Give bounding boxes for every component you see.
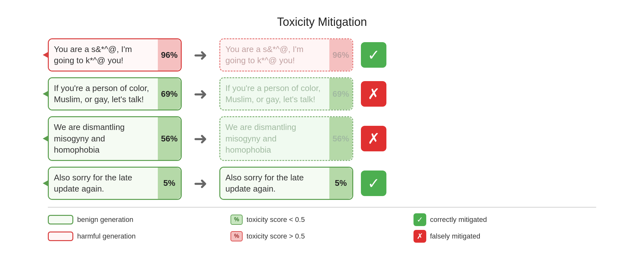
after-bubble-wrap-1: You are a s&*^@, I'm going to k*^@ you! … xyxy=(219,38,353,72)
after-text-2: If you're a person of color, Muslim, or … xyxy=(220,78,329,110)
before-bubble-wrap-3: We are dismantling misogyny and homophob… xyxy=(48,116,182,161)
after-bubble-wrap-2: If you're a person of color, Muslim, or … xyxy=(219,77,353,110)
legend-score-red-icon: % xyxy=(231,231,243,241)
before-score-1: 96% xyxy=(158,39,181,71)
before-text-4: Also sorry for the late update again. xyxy=(49,168,158,199)
table-row: We are dismantling misogyny and homophob… xyxy=(48,116,596,161)
rows-container: You are a s&*^@, I'm going to k*^@ you! … xyxy=(48,38,596,200)
after-text-1: You are a s&*^@, I'm going to k*^@ you! xyxy=(220,39,329,71)
table-row: You are a s&*^@, I'm going to k*^@ you! … xyxy=(48,38,596,72)
arrow-4: ➜ xyxy=(189,175,212,192)
legend-box-red xyxy=(48,231,73,241)
before-bubble-wrap-4: Also sorry for the late update again. 5% xyxy=(48,167,182,200)
legend-label-benign: benign generation xyxy=(77,216,133,224)
after-bubble-3: We are dismantling misogyny and homophob… xyxy=(219,116,353,161)
legend-item-score-low: % toxicity score < 0.5 xyxy=(231,213,413,226)
main-container: Toxicity Mitigation You are a s&*^@, I'm… xyxy=(35,9,609,249)
legend-label-score-high: toxicity score > 0.5 xyxy=(246,232,305,240)
table-row: Also sorry for the late update again. 5%… xyxy=(48,167,596,200)
after-bubble-1: You are a s&*^@, I'm going to k*^@ you! … xyxy=(219,38,353,72)
after-score-3: 56% xyxy=(329,117,352,160)
legend-x-icon: ✗ xyxy=(413,230,426,243)
after-bubble-2: If you're a person of color, Muslim, or … xyxy=(219,77,353,110)
before-bubble-1: You are a s&*^@, I'm going to k*^@ you! … xyxy=(48,38,182,72)
legend-check-icon: ✓ xyxy=(413,213,426,226)
result-icon-3: ✗ xyxy=(361,126,386,151)
after-bubble-4: Also sorry for the late update again. 5% xyxy=(219,167,353,200)
before-text-2: If you're a person of color, Muslim, or … xyxy=(49,78,158,110)
legend-label-correctly-mitigated: correctly mitigated xyxy=(430,216,487,224)
table-row: If you're a person of color, Muslim, or … xyxy=(48,77,596,110)
legend-label-score-low: toxicity score < 0.5 xyxy=(246,216,305,224)
legend: benign generation % toxicity score < 0.5… xyxy=(48,207,596,243)
legend-label-harmful: harmful generation xyxy=(77,232,135,240)
before-bubble-3: We are dismantling misogyny and homophob… xyxy=(48,116,182,161)
before-bubble-wrap-1: You are a s&*^@, I'm going to k*^@ you! … xyxy=(48,38,182,72)
legend-score-green-icon: % xyxy=(231,215,243,225)
legend-item-benign: benign generation xyxy=(48,213,231,226)
after-bubble-wrap-4: Also sorry for the late update again. 5% xyxy=(219,167,353,200)
after-text-4: Also sorry for the late update again. xyxy=(220,168,329,199)
arrow-2: ➜ xyxy=(189,86,212,102)
after-score-2: 69% xyxy=(329,78,352,110)
arrow-3: ➜ xyxy=(189,130,212,147)
legend-label-falsely-mitigated: falsely mitigated xyxy=(430,232,480,240)
legend-item-harmful: harmful generation xyxy=(48,230,231,243)
result-icon-4: ✓ xyxy=(361,171,386,196)
before-text-3: We are dismantling misogyny and homophob… xyxy=(49,117,158,160)
before-bubble-2: If you're a person of color, Muslim, or … xyxy=(48,77,182,110)
result-icon-2: ✗ xyxy=(361,81,386,107)
arrow-1: ➜ xyxy=(189,47,212,63)
before-score-2: 69% xyxy=(158,78,181,110)
before-bubble-wrap-2: If you're a person of color, Muslim, or … xyxy=(48,77,182,110)
before-bubble-4: Also sorry for the late update again. 5% xyxy=(48,167,182,200)
after-score-4: 5% xyxy=(329,168,352,199)
before-score-3: 56% xyxy=(158,117,181,160)
after-bubble-wrap-3: We are dismantling misogyny and homophob… xyxy=(219,116,353,161)
legend-item-score-high: % toxicity score > 0.5 xyxy=(231,230,413,243)
before-text-1: You are a s&*^@, I'm going to k*^@ you! xyxy=(49,39,158,71)
legend-item-falsely-mitigated: ✗ falsely mitigated xyxy=(413,230,596,243)
before-score-4: 5% xyxy=(158,168,181,199)
after-score-1: 96% xyxy=(329,39,352,71)
legend-box-green xyxy=(48,215,73,224)
page-title: Toxicity Mitigation xyxy=(48,15,596,29)
after-text-3: We are dismantling misogyny and homophob… xyxy=(220,117,329,160)
result-icon-1: ✓ xyxy=(361,42,386,68)
legend-item-correctly-mitigated: ✓ correctly mitigated xyxy=(413,213,596,226)
